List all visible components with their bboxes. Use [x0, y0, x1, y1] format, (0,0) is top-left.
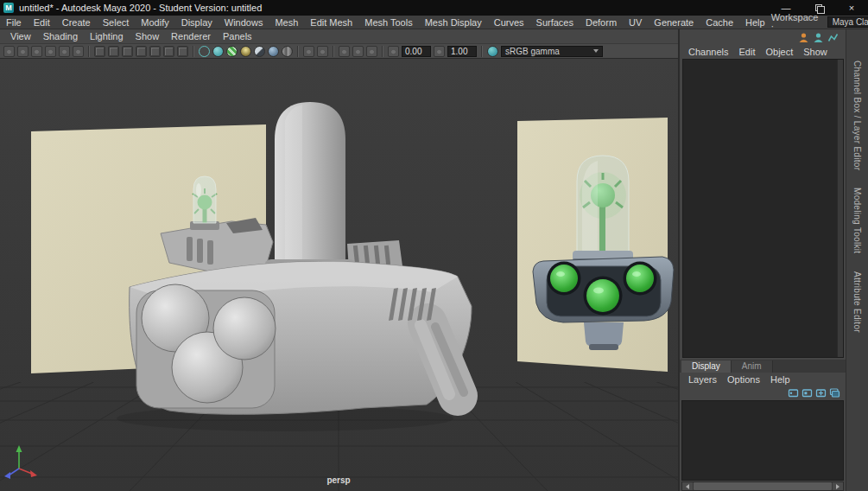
- new-layer-icon[interactable]: [815, 387, 827, 399]
- isolate-select-icon[interactable]: [339, 46, 350, 57]
- safe-title-icon[interactable]: [177, 46, 188, 57]
- layers-menu[interactable]: Layers: [683, 374, 722, 385]
- lights-icon[interactable]: [240, 46, 251, 57]
- tab-anim[interactable]: Anim: [732, 360, 773, 373]
- right-sidebar: Channels Edit Object Show Display Anim L…: [678, 29, 868, 491]
- panel-menu-shading[interactable]: Shading: [37, 31, 84, 41]
- panel-menu-lighting[interactable]: Lighting: [84, 31, 130, 41]
- layer-scrollbar[interactable]: [681, 481, 844, 491]
- xray-icon[interactable]: [352, 46, 364, 57]
- toolbar-separator: [193, 46, 194, 57]
- scroll-right-icon[interactable]: [833, 482, 843, 490]
- layers-help-menu[interactable]: Help: [765, 374, 795, 385]
- tab-attribute-editor[interactable]: Attribute Editor: [852, 271, 862, 333]
- toolbar-separator: [333, 46, 334, 57]
- channels-object-menu[interactable]: Object: [760, 47, 798, 57]
- pose-icon[interactable]: [813, 32, 824, 43]
- ambient-occlusion-icon[interactable]: [268, 46, 279, 57]
- menu-item-select[interactable]: Select: [97, 17, 136, 28]
- shadows-icon[interactable]: [254, 46, 265, 57]
- camera-attributes-icon[interactable]: [31, 46, 42, 57]
- panel-menu-view[interactable]: View: [4, 31, 37, 41]
- channels-edit-menu[interactable]: Edit: [733, 47, 760, 57]
- wireframe-icon[interactable]: [199, 46, 210, 57]
- channels-menu[interactable]: Channels: [683, 47, 733, 57]
- workspace-dropdown[interactable]: Maya Classic*: [827, 16, 868, 28]
- panel-menu-renderer[interactable]: Renderer: [165, 31, 217, 41]
- menu-item-uv[interactable]: UV: [623, 17, 648, 28]
- menu-item-cache[interactable]: Cache: [700, 17, 739, 28]
- 2d-pan-zoom-icon[interactable]: [73, 46, 84, 57]
- sidebar-tab-strip: Channel Box / Layer Editor Modeling Tool…: [846, 29, 868, 491]
- scrollbar-thumb[interactable]: [694, 482, 832, 490]
- resolution-gate-icon[interactable]: [122, 46, 133, 57]
- image-plane-icon[interactable]: [59, 46, 70, 57]
- menu-item-edit-mesh[interactable]: Edit Mesh: [304, 17, 358, 28]
- panel-menu-show[interactable]: Show: [130, 31, 166, 41]
- menu-item-surfaces[interactable]: Surfaces: [530, 17, 580, 28]
- panel-menu-bar: View Shading Lighting Show Renderer Pane…: [0, 29, 678, 44]
- select-camera-icon[interactable]: [3, 46, 15, 57]
- viewport-canvas[interactable]: persp: [0, 59, 678, 491]
- wireframe-on-shaded-icon[interactable]: [366, 46, 377, 57]
- menu-item-generate[interactable]: Generate: [648, 17, 700, 28]
- multisample-antialias-icon[interactable]: [303, 46, 314, 57]
- title-bar: M untitled* - Autodesk Maya 2020 - Stude…: [0, 0, 868, 16]
- smooth-shade-icon[interactable]: [212, 46, 224, 57]
- gamma-icon[interactable]: [434, 46, 445, 57]
- menu-item-mesh[interactable]: Mesh: [269, 17, 304, 28]
- viewport-scene[interactable]: persp: [0, 59, 678, 491]
- view-transform-icon[interactable]: [487, 46, 498, 57]
- exposure-icon[interactable]: [388, 46, 399, 57]
- layer-options-icon[interactable]: [829, 387, 840, 399]
- chevron-down-icon: [593, 49, 599, 53]
- bookmark-icon[interactable]: [45, 46, 56, 57]
- layer-list: [681, 400, 844, 481]
- toolbar-separator: [297, 46, 299, 57]
- view-transform-dropdown[interactable]: sRGB gamma: [501, 46, 603, 57]
- new-layer-from-selected-icon[interactable]: [801, 387, 813, 399]
- new-empty-layer-icon[interactable]: [788, 387, 799, 399]
- gate-mask-icon[interactable]: [136, 46, 147, 57]
- gamma-field[interactable]: [447, 46, 477, 57]
- maya-logo-icon: M: [3, 3, 14, 13]
- film-gate-icon[interactable]: [108, 46, 119, 57]
- tab-modeling-toolkit[interactable]: Modeling Toolkit: [852, 188, 862, 253]
- sidebar-icon-row: [680, 29, 846, 45]
- menu-item-create[interactable]: Create: [56, 17, 97, 28]
- grid-icon[interactable]: [94, 46, 105, 57]
- motion-blur-icon[interactable]: [282, 46, 293, 57]
- channels-show-menu[interactable]: Show: [798, 47, 833, 57]
- field-chart-icon[interactable]: [149, 46, 161, 57]
- layer-editor-tabs: Display Anim: [680, 360, 846, 373]
- tab-display[interactable]: Display: [681, 360, 732, 373]
- menu-item-modify[interactable]: Modify: [135, 17, 174, 28]
- window-title: untitled* - Autodesk Maya 2020 - Student…: [19, 3, 262, 13]
- tab-channel-box-layer-editor[interactable]: Channel Box / Layer Editor: [852, 61, 862, 170]
- toolbar-separator: [481, 46, 483, 57]
- menu-item-help[interactable]: Help: [739, 17, 771, 28]
- channel-box-column: Channels Edit Object Show Display Anim L…: [680, 29, 846, 491]
- menu-item-windows[interactable]: Windows: [219, 17, 269, 28]
- menu-item-deform[interactable]: Deform: [580, 17, 623, 28]
- menu-item-curves[interactable]: Curves: [488, 17, 530, 28]
- menu-item-display[interactable]: Display: [175, 17, 219, 28]
- textured-icon[interactable]: [226, 46, 238, 57]
- channel-box-list: [682, 59, 844, 358]
- exposure-field[interactable]: [402, 46, 431, 57]
- panel-menu-panels[interactable]: Panels: [217, 31, 258, 41]
- layers-options-menu[interactable]: Options: [722, 374, 765, 385]
- menu-item-mesh-tools[interactable]: Mesh Tools: [358, 17, 418, 28]
- character-icon[interactable]: [798, 32, 809, 43]
- panel-toolbar: sRGB gamma: [0, 44, 678, 59]
- safe-action-icon[interactable]: [163, 46, 174, 57]
- graph-editor-icon[interactable]: [827, 32, 839, 43]
- lock-camera-icon[interactable]: [17, 46, 29, 57]
- main-menu-bar: File Edit Create Select Modify Display W…: [0, 16, 868, 29]
- channel-box-scrollbar[interactable]: [837, 60, 843, 357]
- menu-item-edit[interactable]: Edit: [28, 17, 56, 28]
- depth-of-field-icon[interactable]: [317, 46, 328, 57]
- menu-item-file[interactable]: File: [0, 17, 28, 28]
- scroll-left-icon[interactable]: [682, 482, 693, 490]
- menu-item-mesh-display[interactable]: Mesh Display: [419, 17, 488, 28]
